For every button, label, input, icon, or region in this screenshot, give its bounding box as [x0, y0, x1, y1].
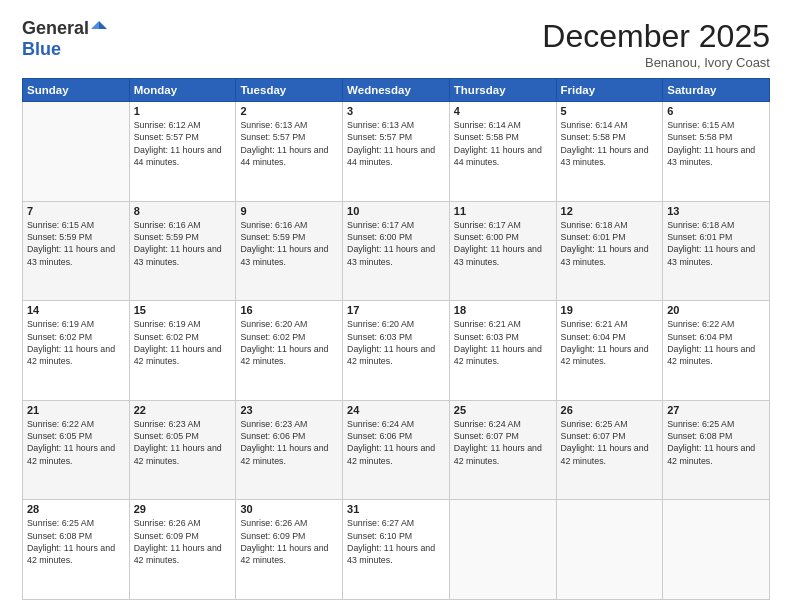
table-row: 21Sunrise: 6:22 AMSunset: 6:05 PMDayligh… [23, 400, 130, 500]
day-info: Sunrise: 6:15 AMSunset: 5:59 PMDaylight:… [27, 219, 125, 268]
day-number: 4 [454, 105, 552, 117]
day-info: Sunrise: 6:21 AMSunset: 6:04 PMDaylight:… [561, 318, 659, 367]
day-info: Sunrise: 6:22 AMSunset: 6:05 PMDaylight:… [27, 418, 125, 467]
table-row: 7Sunrise: 6:15 AMSunset: 5:59 PMDaylight… [23, 201, 130, 301]
table-row: 6Sunrise: 6:15 AMSunset: 5:58 PMDaylight… [663, 102, 770, 202]
day-info: Sunrise: 6:27 AMSunset: 6:10 PMDaylight:… [347, 517, 445, 566]
day-info: Sunrise: 6:13 AMSunset: 5:57 PMDaylight:… [347, 119, 445, 168]
day-number: 17 [347, 304, 445, 316]
table-row: 10Sunrise: 6:17 AMSunset: 6:00 PMDayligh… [343, 201, 450, 301]
table-row: 12Sunrise: 6:18 AMSunset: 6:01 PMDayligh… [556, 201, 663, 301]
day-info: Sunrise: 6:19 AMSunset: 6:02 PMDaylight:… [134, 318, 232, 367]
table-row: 20Sunrise: 6:22 AMSunset: 6:04 PMDayligh… [663, 301, 770, 401]
day-info: Sunrise: 6:23 AMSunset: 6:06 PMDaylight:… [240, 418, 338, 467]
week-row-2: 7Sunrise: 6:15 AMSunset: 5:59 PMDaylight… [23, 201, 770, 301]
table-row: 1Sunrise: 6:12 AMSunset: 5:57 PMDaylight… [129, 102, 236, 202]
table-row: 30Sunrise: 6:26 AMSunset: 6:09 PMDayligh… [236, 500, 343, 600]
svg-marker-0 [99, 21, 107, 29]
table-row: 23Sunrise: 6:23 AMSunset: 6:06 PMDayligh… [236, 400, 343, 500]
table-row [23, 102, 130, 202]
calendar-table: Sunday Monday Tuesday Wednesday Thursday… [22, 78, 770, 600]
table-row: 22Sunrise: 6:23 AMSunset: 6:05 PMDayligh… [129, 400, 236, 500]
table-row: 3Sunrise: 6:13 AMSunset: 5:57 PMDaylight… [343, 102, 450, 202]
calendar-title: December 2025 [542, 18, 770, 55]
table-row: 16Sunrise: 6:20 AMSunset: 6:02 PMDayligh… [236, 301, 343, 401]
day-number: 2 [240, 105, 338, 117]
table-row: 18Sunrise: 6:21 AMSunset: 6:03 PMDayligh… [449, 301, 556, 401]
day-info: Sunrise: 6:25 AMSunset: 6:07 PMDaylight:… [561, 418, 659, 467]
week-row-5: 28Sunrise: 6:25 AMSunset: 6:08 PMDayligh… [23, 500, 770, 600]
day-number: 29 [134, 503, 232, 515]
table-row: 29Sunrise: 6:26 AMSunset: 6:09 PMDayligh… [129, 500, 236, 600]
day-info: Sunrise: 6:25 AMSunset: 6:08 PMDaylight:… [667, 418, 765, 467]
col-friday: Friday [556, 79, 663, 102]
day-info: Sunrise: 6:13 AMSunset: 5:57 PMDaylight:… [240, 119, 338, 168]
col-wednesday: Wednesday [343, 79, 450, 102]
table-row [449, 500, 556, 600]
table-row [556, 500, 663, 600]
table-row [663, 500, 770, 600]
logo-blue-text: Blue [22, 39, 61, 59]
day-info: Sunrise: 6:16 AMSunset: 5:59 PMDaylight:… [134, 219, 232, 268]
col-thursday: Thursday [449, 79, 556, 102]
day-number: 26 [561, 404, 659, 416]
table-row: 24Sunrise: 6:24 AMSunset: 6:06 PMDayligh… [343, 400, 450, 500]
day-number: 31 [347, 503, 445, 515]
page: General Blue December 2025 Benanou, Ivor… [0, 0, 792, 612]
day-number: 12 [561, 205, 659, 217]
day-number: 22 [134, 404, 232, 416]
table-row: 8Sunrise: 6:16 AMSunset: 5:59 PMDaylight… [129, 201, 236, 301]
day-number: 5 [561, 105, 659, 117]
day-info: Sunrise: 6:25 AMSunset: 6:08 PMDaylight:… [27, 517, 125, 566]
day-number: 1 [134, 105, 232, 117]
day-info: Sunrise: 6:14 AMSunset: 5:58 PMDaylight:… [454, 119, 552, 168]
table-row: 13Sunrise: 6:18 AMSunset: 6:01 PMDayligh… [663, 201, 770, 301]
day-info: Sunrise: 6:26 AMSunset: 6:09 PMDaylight:… [240, 517, 338, 566]
day-number: 23 [240, 404, 338, 416]
svg-marker-1 [91, 21, 99, 29]
week-row-1: 1Sunrise: 6:12 AMSunset: 5:57 PMDaylight… [23, 102, 770, 202]
day-info: Sunrise: 6:20 AMSunset: 6:03 PMDaylight:… [347, 318, 445, 367]
day-number: 24 [347, 404, 445, 416]
day-info: Sunrise: 6:14 AMSunset: 5:58 PMDaylight:… [561, 119, 659, 168]
day-info: Sunrise: 6:20 AMSunset: 6:02 PMDaylight:… [240, 318, 338, 367]
day-number: 11 [454, 205, 552, 217]
day-number: 25 [454, 404, 552, 416]
day-number: 16 [240, 304, 338, 316]
table-row: 28Sunrise: 6:25 AMSunset: 6:08 PMDayligh… [23, 500, 130, 600]
day-number: 8 [134, 205, 232, 217]
day-number: 6 [667, 105, 765, 117]
day-number: 14 [27, 304, 125, 316]
day-number: 13 [667, 205, 765, 217]
table-row: 9Sunrise: 6:16 AMSunset: 5:59 PMDaylight… [236, 201, 343, 301]
day-info: Sunrise: 6:23 AMSunset: 6:05 PMDaylight:… [134, 418, 232, 467]
col-saturday: Saturday [663, 79, 770, 102]
logo-flag-icon [90, 20, 108, 38]
day-number: 15 [134, 304, 232, 316]
col-monday: Monday [129, 79, 236, 102]
day-number: 7 [27, 205, 125, 217]
day-info: Sunrise: 6:19 AMSunset: 6:02 PMDaylight:… [27, 318, 125, 367]
day-info: Sunrise: 6:22 AMSunset: 6:04 PMDaylight:… [667, 318, 765, 367]
day-info: Sunrise: 6:18 AMSunset: 6:01 PMDaylight:… [561, 219, 659, 268]
day-number: 19 [561, 304, 659, 316]
day-info: Sunrise: 6:21 AMSunset: 6:03 PMDaylight:… [454, 318, 552, 367]
day-number: 9 [240, 205, 338, 217]
header: General Blue December 2025 Benanou, Ivor… [22, 18, 770, 70]
table-row: 17Sunrise: 6:20 AMSunset: 6:03 PMDayligh… [343, 301, 450, 401]
calendar-header-row: Sunday Monday Tuesday Wednesday Thursday… [23, 79, 770, 102]
day-info: Sunrise: 6:26 AMSunset: 6:09 PMDaylight:… [134, 517, 232, 566]
day-info: Sunrise: 6:18 AMSunset: 6:01 PMDaylight:… [667, 219, 765, 268]
col-tuesday: Tuesday [236, 79, 343, 102]
day-info: Sunrise: 6:17 AMSunset: 6:00 PMDaylight:… [347, 219, 445, 268]
day-info: Sunrise: 6:16 AMSunset: 5:59 PMDaylight:… [240, 219, 338, 268]
day-number: 21 [27, 404, 125, 416]
table-row: 25Sunrise: 6:24 AMSunset: 6:07 PMDayligh… [449, 400, 556, 500]
table-row: 14Sunrise: 6:19 AMSunset: 6:02 PMDayligh… [23, 301, 130, 401]
logo-general-text: General [22, 18, 89, 39]
day-info: Sunrise: 6:12 AMSunset: 5:57 PMDaylight:… [134, 119, 232, 168]
day-number: 20 [667, 304, 765, 316]
col-sunday: Sunday [23, 79, 130, 102]
day-info: Sunrise: 6:24 AMSunset: 6:06 PMDaylight:… [347, 418, 445, 467]
day-number: 18 [454, 304, 552, 316]
